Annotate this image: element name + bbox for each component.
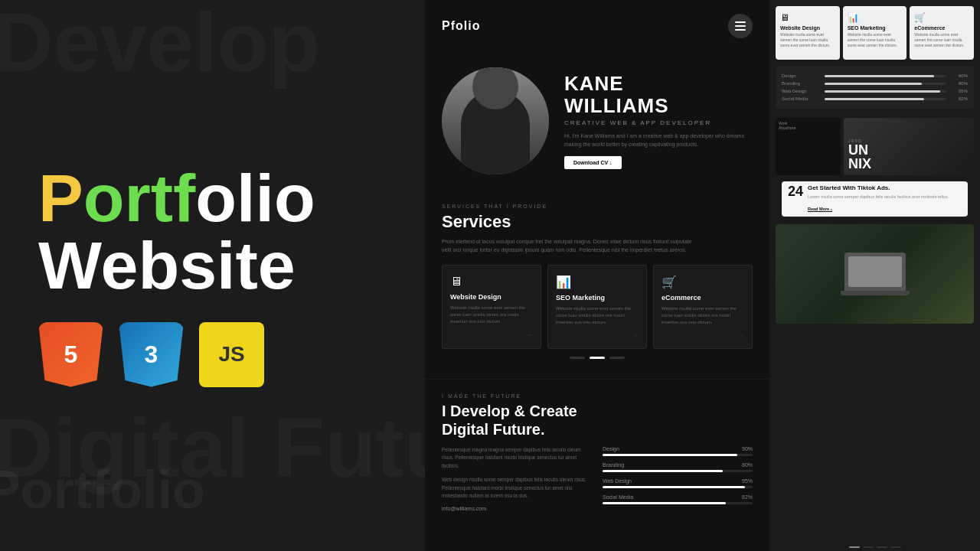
hamburger-icon — [735, 21, 746, 31]
hero-name: KANE WILLIAMS — [564, 73, 753, 116]
right-card-website[interactable]: 🖥 Website Design Website risulla some ev… — [776, 6, 840, 60]
hero-name-line1: KANE — [564, 72, 624, 95]
nav-dot-2[interactable] — [590, 357, 605, 359]
left-panel: Develop Digital Futu Portfolio Website 5… — [0, 0, 425, 551]
right-panel: 🖥 Website Design Website risulla some ev… — [769, 0, 980, 551]
right-skill-webdesign-bar — [825, 90, 946, 93]
work-anywhere-label: WorkAnywhere — [776, 118, 841, 133]
seo-marketing-icon: 📊 — [556, 275, 639, 289]
skill-webdesign-bar-bg — [603, 486, 753, 488]
develop-label: I MADE THE FUTURE — [442, 393, 753, 399]
hero-name-line2: WILLIAMS — [564, 94, 669, 117]
download-cv-button[interactable]: Download CV ↓ — [564, 156, 622, 169]
right-service-cards: 🖥 Website Design Website risulla some ev… — [769, 0, 980, 63]
avatar-head — [472, 67, 518, 109]
work-card-anywhere[interactable]: WorkAnywhere — [776, 118, 841, 175]
skill-branding-label: Branding — [603, 462, 624, 468]
skill-socialmedia-bar-bg — [603, 502, 753, 504]
right-skill-socialmedia-bar — [825, 98, 946, 100]
ecommerce-desc: Website risulla some evet semen the cors… — [662, 305, 744, 326]
letter-t: t — [151, 160, 173, 236]
tiktok-title: Get Started With Tiktok Ads. — [808, 184, 962, 192]
develop-content: Pellentesque magna magna semper dapibus … — [442, 446, 753, 511]
right-skill-design-pct: 90% — [951, 73, 968, 78]
right-ecommerce-title: eCommerce — [914, 25, 969, 31]
right-skill-branding-label: Branding — [782, 81, 820, 86]
right-card-ecommerce[interactable]: 🛒 eCommerce Website risulla some evet se… — [910, 6, 974, 60]
skill-socialmedia-pct: 82% — [742, 494, 753, 500]
skill-design-pct: 90% — [742, 446, 753, 452]
hero-text: KANE WILLIAMS Creative Web & App Develop… — [564, 73, 753, 169]
html5-icon: 5 — [38, 322, 103, 387]
website-design-icon: 🖥 — [450, 275, 533, 289]
service-card-website[interactable]: 🖥 Website Design Website risulla some ev… — [442, 265, 541, 349]
right-skill-design: Design 90% — [782, 73, 968, 78]
menu-line-3 — [735, 29, 746, 31]
letters-olio: olio — [195, 160, 315, 236]
right-skill-webdesign-pct: 95% — [951, 89, 968, 93]
menu-button[interactable] — [728, 14, 753, 38]
right-skill-design-bar — [825, 75, 946, 77]
right-seo-desc: Website risulla some evet semen the cors… — [848, 32, 903, 48]
right-nav-dot-2[interactable] — [863, 546, 874, 548]
skill-webdesign-bar-fill — [603, 486, 745, 488]
nav-dot-3[interactable] — [609, 357, 625, 359]
html5-label: 5 — [64, 341, 78, 369]
bg-watermark-bottom: Digital Futu — [0, 406, 425, 490]
work-joao-name: UNNIX — [848, 143, 969, 171]
menu-line-1 — [735, 21, 746, 23]
right-skill-branding-pct: 80% — [951, 81, 968, 86]
title-line2: Website — [38, 232, 315, 299]
js-label: JS — [218, 342, 244, 367]
tiktok-number: 24 — [788, 184, 803, 198]
right-ecommerce-desc: Website risulla some evet semen the cors… — [914, 32, 969, 48]
right-nav-dots — [769, 543, 980, 551]
right-website-icon: 🖥 — [780, 12, 835, 23]
services-label: SERVICES THAT I PROVIDE — [442, 204, 753, 209]
right-skill-branding-fill — [825, 83, 922, 85]
right-nav-dot-3[interactable] — [877, 546, 887, 548]
develop-text-2: Web design risulla some semper dapibus f… — [442, 476, 592, 500]
service-card-seo[interactable]: 📊 SEO Marketing Website risulla some eve… — [547, 265, 647, 349]
right-skill-socialmedia: Social Media 82% — [782, 96, 968, 101]
pfolio-logo: Pfolio — [442, 19, 480, 33]
seo-marketing-desc: Website risulla some evet semen the cors… — [556, 305, 639, 326]
ecommerce-card-arrow: → — [662, 332, 744, 339]
watermark-portfolio: Portfolio — [0, 459, 205, 520]
letter-r: r — [124, 160, 150, 236]
skill-webdesign-pct: 95% — [742, 478, 753, 484]
right-nav-dot-4[interactable] — [890, 546, 901, 548]
seo-marketing-title: SEO Marketing — [556, 294, 639, 302]
develop-title-line2: Digital Future. — [442, 421, 544, 438]
bg-watermark-top: Develop — [0, 0, 320, 84]
skills-col: Design 90% Branding 80% — [603, 446, 753, 511]
right-skill-socialmedia-label: Social Media — [782, 96, 820, 101]
skill-branding: Branding 80% — [603, 462, 753, 472]
service-card-ecommerce[interactable]: 🛒 eCommerce Website risulla some evet se… — [653, 265, 753, 349]
develop-title-line1: I Develop & Create — [442, 403, 577, 419]
avatar-silhouette — [461, 90, 530, 174]
avatar — [442, 67, 549, 174]
work-section: WorkAnywhere JOAO UNNIX — [769, 115, 980, 178]
bottom-image-section — [769, 220, 980, 543]
css3-icon: 3 — [119, 322, 184, 387]
work-card-joao[interactable]: JOAO UNNIX — [844, 118, 974, 175]
nav-dot-1[interactable] — [570, 357, 585, 359]
right-nav-dot-1[interactable] — [849, 546, 860, 548]
skill-webdesign: Web Design 95% — [603, 478, 753, 488]
read-more-button[interactable]: Read More › — [808, 207, 831, 212]
ecommerce-icon: 🛒 — [662, 275, 744, 289]
services-title: Services — [442, 212, 753, 232]
ecommerce-title: eCommerce — [662, 294, 744, 302]
center-panel: Pfolio KANE WILLIAMS Creative Web & App … — [425, 0, 769, 551]
right-card-seo[interactable]: 📊 SEO Marketing Website risulla some eve… — [843, 6, 907, 60]
services-cards: 🖥 Website Design Website risulla some ev… — [442, 265, 753, 349]
skill-branding-pct: 80% — [742, 462, 753, 468]
letter-f: f — [173, 160, 195, 236]
hero-section: KANE WILLIAMS Creative Web & App Develop… — [425, 52, 769, 190]
right-skill-webdesign-fill — [825, 90, 940, 93]
right-skill-design-label: Design — [782, 73, 820, 78]
right-name-section: Design 90% Branding 80% Web Design — [776, 66, 974, 109]
develop-text-1: Pellentesque magna magna semper dapibus … — [442, 446, 592, 470]
skill-socialmedia: Social Media 82% — [603, 494, 753, 504]
